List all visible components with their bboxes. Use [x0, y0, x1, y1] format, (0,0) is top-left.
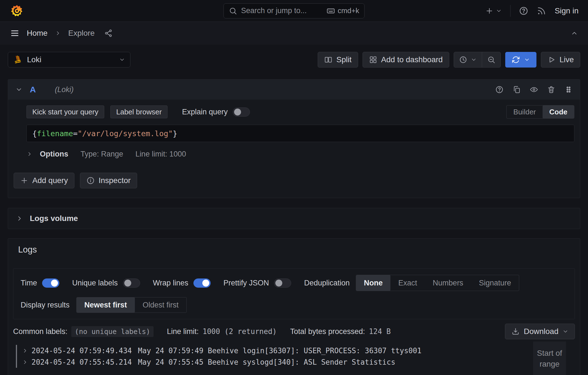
logs-volume-chevron-icon [16, 215, 23, 222]
common-labels-value: (no unique labels) [71, 326, 154, 337]
expand-log-chevron-icon[interactable] [22, 348, 28, 354]
expand-log-chevron-icon[interactable] [22, 359, 28, 365]
display-results-group: Newest first Oldest first [76, 297, 187, 313]
topbar-actions: Sign in [485, 5, 579, 17]
loki-datasource-icon [13, 55, 23, 64]
breadcrumb-home[interactable]: Home [27, 29, 48, 38]
prettify-json-toggle[interactable] [274, 278, 291, 288]
prettify-json-toggle-label: Prettify JSON [223, 279, 269, 287]
explain-query-toggle[interactable] [233, 107, 250, 117]
options-line-limit: Line limit: 1000 [135, 150, 186, 158]
grafana-explore-page: Search or jump to... cmd+k Sign in [0, 0, 588, 375]
time-picker-button[interactable] [454, 52, 482, 67]
query-options-collapse[interactable]: Options Type: Range Line limit: 1000 [26, 145, 574, 163]
dedup-exact-option[interactable]: Exact [390, 275, 425, 291]
wrap-lines-toggle[interactable] [193, 278, 211, 288]
expr-label-name: filename [37, 129, 73, 138]
drag-handle-grip-icon[interactable] [564, 85, 573, 94]
logs-panel: Logs Time Unique labels Wrap lines Prett… [8, 238, 580, 375]
chevron-down-icon [524, 57, 530, 63]
unique-labels-toggle[interactable] [123, 278, 140, 288]
logql-query-input[interactable]: {filename="/var/log/system.log"} [26, 125, 574, 142]
mode-code-option[interactable]: Code [543, 105, 574, 118]
info-circle-icon [86, 176, 95, 185]
play-icon [547, 56, 556, 64]
datasource-picker[interactable]: Loki [8, 52, 130, 68]
search-input[interactable]: Search or jump to... cmd+k [223, 3, 365, 18]
logs-controls-box: Time Unique labels Wrap lines Prettify J… [13, 268, 575, 319]
collapse-query-chevron-icon[interactable] [15, 86, 23, 93]
total-bytes-label: Total bytes processed: [290, 327, 365, 336]
mode-builder-option[interactable]: Builder [507, 105, 543, 118]
log-message: May 24 07:55:45 Beehive syslogd[340]: AS… [138, 358, 395, 366]
chevron-down-icon [496, 8, 502, 14]
query-panel-actions: Add query Inspector [8, 163, 580, 198]
search-icon [229, 7, 237, 15]
logs-panel-title: Logs [8, 239, 580, 255]
logs-controls-row-1: Time Unique labels Wrap lines Prettify J… [21, 275, 567, 291]
keyboard-icon [327, 7, 335, 15]
logs-volume-panel[interactable]: Logs volume [8, 208, 580, 229]
label-browser-button[interactable]: Label browser [110, 105, 167, 118]
refresh-sync-icon [512, 56, 520, 64]
log-timestamp: 2024-05-24 07:59:49.434 [31, 347, 132, 355]
time-toggle[interactable] [42, 278, 59, 288]
chevron-down-icon [471, 57, 477, 63]
explain-query-label: Explain query [182, 108, 228, 116]
deduplication-group: None Exact Numbers Signature [356, 275, 519, 291]
query-ref-id[interactable]: A [30, 85, 36, 94]
expr-operator: = [73, 129, 77, 138]
query-editor-body: Kick start your query Label browser Expl… [8, 100, 580, 163]
dedup-numbers-option[interactable]: Numbers [425, 275, 471, 291]
query-help-icon[interactable] [495, 85, 504, 94]
inspector-button[interactable]: Inspector [80, 173, 137, 188]
download-button[interactable]: Download [505, 324, 575, 339]
plus-icon [20, 176, 28, 185]
newest-first-option[interactable]: Newest first [77, 297, 135, 312]
grafana-logo-icon[interactable] [11, 4, 23, 17]
explore-toolbar: Loki Split Add to dashboard [8, 52, 580, 68]
dedup-signature-option[interactable]: Signature [471, 275, 519, 291]
logs-volume-title: Logs volume [30, 214, 78, 223]
run-query-refresh-button[interactable] [505, 52, 536, 68]
toolbar-actions: Split Add to dashboard [318, 52, 580, 68]
kick-start-query-button[interactable]: Kick start your query [26, 105, 104, 118]
news-rss-icon[interactable] [537, 6, 546, 16]
split-button[interactable]: Split [318, 52, 358, 68]
add-query-button[interactable]: Add query [14, 173, 74, 188]
collapse-top-icon[interactable] [571, 30, 578, 37]
split-columns-icon [324, 56, 332, 64]
hide-query-eye-icon[interactable] [530, 85, 538, 94]
start-of-range-marker: Start of range [533, 342, 566, 375]
expr-label-value: "/var/log/system.log" [78, 129, 173, 138]
breadcrumb-current: Explore [68, 29, 95, 38]
chevron-down-icon [562, 328, 568, 335]
delete-query-trash-icon[interactable] [547, 85, 555, 94]
log-row[interactable]: 2024-05-24 07:55:45.214 May 24 07:55:45 … [13, 356, 575, 368]
dedup-none-option[interactable]: None [356, 275, 391, 291]
help-icon[interactable] [519, 6, 528, 16]
sign-in-button[interactable]: Sign in [555, 6, 579, 15]
breadcrumb-separator-icon [55, 30, 61, 36]
wrap-lines-toggle-label: Wrap lines [153, 279, 188, 287]
topbar-divider [510, 5, 511, 17]
duplicate-query-icon[interactable] [512, 85, 521, 94]
expr-brace-open: { [32, 129, 37, 138]
logs-controls-row-2: Display results Newest first Oldest firs… [21, 297, 567, 313]
options-chevron-icon [26, 151, 33, 157]
zoom-out-time-button[interactable] [482, 52, 500, 67]
oldest-first-option[interactable]: Oldest first [135, 297, 186, 312]
clock-icon [459, 56, 467, 64]
share-icon[interactable] [104, 29, 113, 37]
query-row-actions [495, 85, 573, 94]
datasource-name: Loki [27, 55, 115, 64]
apps-grid-icon [369, 56, 377, 64]
menu-hamburger-icon[interactable] [10, 28, 20, 38]
new-menu-button[interactable] [485, 7, 502, 15]
live-button[interactable]: Live [541, 52, 580, 68]
plus-icon [485, 7, 494, 15]
log-timestamp: 2024-05-24 07:55:45.214 [31, 358, 132, 366]
query-row-header[interactable]: A (Loki) [8, 80, 580, 100]
add-to-dashboard-button[interactable]: Add to dashboard [363, 52, 449, 68]
log-row[interactable]: 2024-05-24 07:59:49.434 May 24 07:59:49 … [13, 345, 575, 356]
